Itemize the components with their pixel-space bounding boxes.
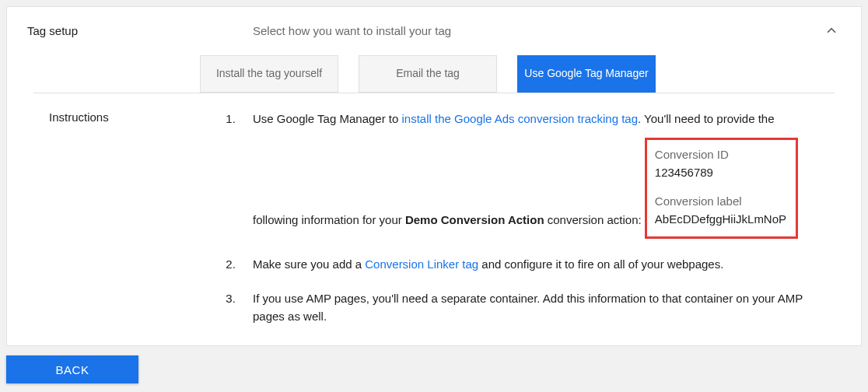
step-3: If you use AMP pages, you'll need a sepa… — [239, 290, 811, 325]
tag-setup-panel: Tag setup Select how you want to install… — [6, 6, 862, 346]
tab-use-gtm[interactable]: Use Google Tag Manager — [517, 55, 656, 93]
instructions-section: Instructions Use Google Tag Manager to i… — [27, 93, 841, 328]
step-2-text-suffix: and configure it to fire on all of your … — [478, 257, 723, 271]
step-2-text-prefix: Make sure you add a — [253, 257, 365, 271]
collapse-toggle[interactable] — [822, 21, 841, 40]
step-1: Use Google Tag Manager to install the Go… — [239, 110, 811, 239]
step-1-text-suffix: conversion action: — [544, 212, 642, 226]
panel-header: Tag setup Select how you want to install… — [27, 21, 841, 40]
conversion-linker-link[interactable]: Conversion Linker tag — [365, 257, 478, 271]
instructions-content: Use Google Tag Manager to install the Go… — [220, 110, 811, 328]
install-conversion-tag-link[interactable]: install the Google Ads conversion tracki… — [402, 112, 639, 125]
tab-email-tag[interactable]: Email the tag — [359, 55, 497, 93]
steps-list: Use Google Tag Manager to install the Go… — [220, 110, 811, 325]
conversion-id-value: 123456789 — [655, 164, 786, 182]
conversion-label-value: AbEcDDefggHiiJkLmNoP — [655, 211, 786, 229]
tab-install-yourself[interactable]: Install the tag yourself — [200, 55, 338, 93]
chevron-up-icon — [824, 23, 838, 37]
panel-title: Tag setup — [27, 24, 175, 37]
instructions-label: Instructions — [27, 110, 220, 328]
conversion-id-row: Conversion ID 123456789 — [655, 146, 786, 182]
conversion-label-label: Conversion label — [655, 193, 786, 211]
back-button[interactable]: BACK — [6, 355, 138, 383]
step-2: Make sure you add a Conversion Linker ta… — [239, 256, 811, 274]
conversion-id-label: Conversion ID — [655, 146, 786, 164]
conversion-label-row: Conversion label AbEcDDefggHiiJkLmNoP — [655, 193, 786, 229]
install-method-tabs: Install the tag yourself Email the tag U… — [200, 55, 841, 93]
step-1-text-prefix: Use Google Tag Manager to — [253, 112, 402, 125]
panel-subtitle: Select how you want to install your tag — [253, 24, 744, 37]
conversion-action-name: Demo Conversion Action — [405, 212, 544, 226]
conversion-info-box: Conversion ID 123456789 Conversion label… — [645, 138, 798, 239]
